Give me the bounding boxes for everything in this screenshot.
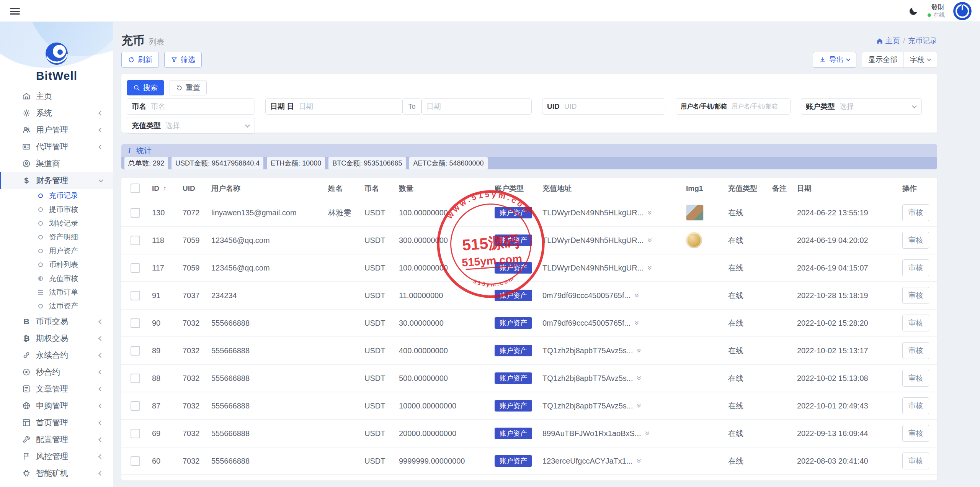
sidebar-item-homepage[interactable]: 首页管理 — [0, 414, 113, 431]
show-all-button[interactable]: 显示全部 — [862, 52, 903, 67]
sidebar-subitem[interactable]: 用户资产 — [0, 244, 113, 258]
sidebar-item-second-contract[interactable]: 秒合约 — [0, 364, 113, 380]
chevrons-down-icon[interactable] — [634, 292, 640, 298]
col-username[interactable]: 用户名称 — [204, 184, 320, 193]
fields-dropdown[interactable]: 字段 — [903, 52, 937, 67]
refresh-button[interactable]: 刷新 — [121, 52, 159, 68]
col-realname[interactable]: 姓名 — [320, 184, 357, 193]
row-checkbox[interactable] — [131, 208, 140, 218]
review-button[interactable]: 审核 — [902, 370, 929, 387]
row-checkbox[interactable] — [131, 263, 140, 273]
sidebar-item-agents[interactable]: 代理管理 — [0, 138, 113, 155]
sidebar-subitem[interactable]: 资产明细 — [0, 230, 113, 244]
sidebar-item-config[interactable]: 配置管理 — [0, 431, 113, 448]
sidebar-item-risk[interactable]: 风控管理 — [0, 448, 113, 465]
row-checkbox[interactable] — [131, 318, 140, 328]
chevrons-down-icon[interactable] — [636, 403, 642, 409]
sidebar-item-articles[interactable]: 文章管理 — [0, 380, 113, 397]
sidebar-item-channel[interactable]: 渠道商 — [0, 155, 113, 172]
cell-image — [678, 205, 720, 221]
row-checkbox[interactable] — [131, 291, 140, 300]
sidebar-item-finance[interactable]: $ 财务管理 — [0, 172, 113, 189]
col-date[interactable]: 日期 — [789, 184, 895, 193]
row-checkbox[interactable] — [131, 236, 140, 245]
recharge-type-label: 充值类型 — [127, 121, 165, 131]
sidebar-subitem[interactable]: 充值审核 — [0, 272, 113, 285]
sidebar-subitem[interactable]: 币种列表 — [0, 258, 113, 272]
breadcrumb-current[interactable]: 充币记录 — [908, 36, 937, 46]
recharge-type-select[interactable]: 充值类型 选择 — [127, 118, 255, 134]
row-checkbox[interactable] — [131, 456, 140, 466]
sidebar-item-home[interactable]: 主页 — [0, 88, 113, 105]
sidebar-item-option-trade[interactable]: ₿ 期权交易 — [0, 330, 113, 347]
search-submit-button[interactable]: 搜索 — [127, 80, 164, 95]
col-address[interactable]: 充值地址 — [535, 184, 678, 193]
col-uid[interactable]: UID — [175, 184, 204, 193]
user-avatar[interactable] — [953, 2, 972, 20]
reset-button[interactable]: 重置 — [170, 80, 207, 95]
review-button[interactable]: 审核 — [902, 315, 929, 331]
chevrons-down-icon[interactable] — [636, 458, 642, 464]
review-button[interactable]: 审核 — [902, 397, 929, 414]
row-checkbox[interactable] — [131, 401, 140, 411]
date-to-input[interactable] — [422, 99, 531, 114]
sidebar-item-subscription[interactable]: 申购管理 — [0, 397, 113, 414]
review-button[interactable]: 审核 — [902, 342, 929, 359]
brand-name: BitWell — [0, 69, 113, 82]
chevron-down-icon — [912, 103, 917, 108]
row-checkbox[interactable] — [131, 429, 140, 438]
table-row: 91 7037 234234 USDT 11.00000000 账户资产 0m7… — [121, 282, 937, 310]
review-button[interactable]: 审核 — [902, 453, 929, 469]
coin-filter-input[interactable] — [151, 99, 255, 114]
chevrons-down-icon[interactable] — [636, 375, 642, 381]
deposit-proof-image[interactable] — [686, 205, 704, 221]
col-coin[interactable]: 币名 — [357, 184, 391, 193]
chevrons-down-icon[interactable] — [647, 265, 653, 271]
breadcrumb-home-link[interactable]: 主页 — [876, 36, 900, 46]
sidebar-item-spot-trade[interactable]: B 币币交易 — [0, 313, 113, 330]
col-img1[interactable]: Img1 — [678, 184, 720, 193]
sidebar-subitem[interactable]: 法币订单 — [0, 285, 113, 299]
col-id[interactable]: ID↑ — [144, 184, 175, 193]
filter-button[interactable]: 筛选 — [164, 52, 202, 68]
account-type-select[interactable]: 账户类型 选择 — [801, 98, 922, 115]
sidebar-subitem[interactable]: 提币审核 — [0, 203, 113, 216]
row-checkbox[interactable] — [131, 346, 140, 356]
col-account-type[interactable]: 账户类型 — [487, 184, 535, 193]
review-button[interactable]: 审核 — [902, 287, 929, 304]
chevron-left-icon — [98, 319, 103, 324]
circle-icon — [38, 221, 43, 226]
review-button[interactable]: 审核 — [902, 425, 929, 442]
stats-title: 统计 — [136, 146, 152, 156]
review-button[interactable]: 审核 — [902, 204, 929, 221]
sidebar-item-miner[interactable]: 智能矿机 — [0, 465, 113, 482]
dark-mode-toggle[interactable] — [908, 5, 919, 17]
hamburger-menu-icon[interactable] — [10, 7, 20, 15]
col-remark[interactable]: 备注 — [764, 184, 789, 193]
user-filter-input[interactable] — [732, 99, 790, 114]
col-amount[interactable]: 数量 — [391, 184, 487, 193]
review-button[interactable]: 审核 — [902, 232, 929, 249]
date-from-input[interactable] — [299, 99, 402, 114]
cell-amount: 10000.00000000 — [391, 402, 487, 410]
sidebar-subitem[interactable]: 法币资产 — [0, 299, 113, 313]
export-button[interactable]: 导出 — [813, 52, 856, 68]
chevrons-down-icon[interactable] — [647, 237, 653, 243]
sidebar-item-users[interactable]: 用户管理 — [0, 121, 113, 138]
coin-image[interactable] — [686, 232, 702, 248]
sidebar-item-system[interactable]: 系统 — [0, 105, 113, 121]
col-recharge-type[interactable]: 充值类型 — [720, 184, 764, 193]
cell-account-type: 账户资产 — [487, 207, 535, 218]
review-button[interactable]: 审核 — [902, 259, 929, 276]
sidebar-subitem[interactable]: 充币记录 — [0, 189, 113, 203]
chevrons-down-icon[interactable] — [636, 348, 642, 354]
sidebar-item-perpetual[interactable]: 永续合约 — [0, 347, 113, 364]
chevrons-down-icon[interactable] — [644, 430, 650, 436]
sort-asc-icon[interactable]: ↑ — [163, 185, 167, 192]
row-checkbox[interactable] — [131, 374, 140, 383]
chevrons-down-icon[interactable] — [647, 210, 653, 216]
uid-filter-input[interactable] — [564, 99, 665, 114]
chevrons-down-icon[interactable] — [634, 320, 640, 326]
select-all-checkbox[interactable] — [131, 184, 140, 193]
sidebar-subitem[interactable]: 划转记录 — [0, 216, 113, 230]
